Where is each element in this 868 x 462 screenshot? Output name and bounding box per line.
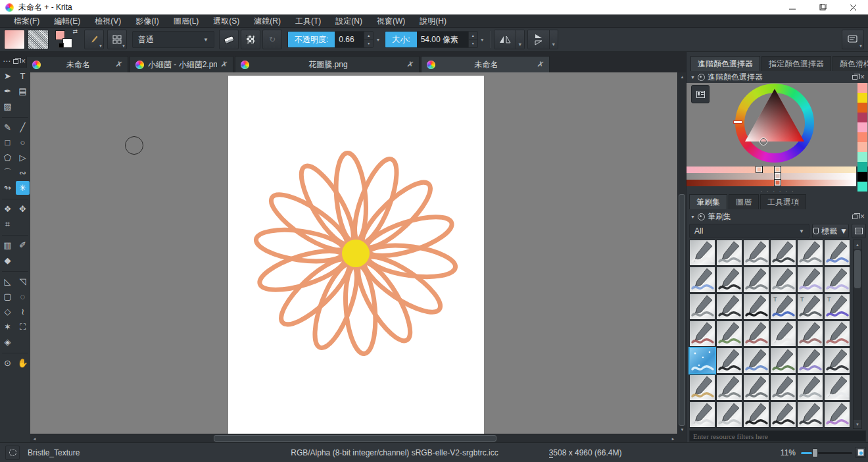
canvas-area[interactable]: ▲ ▼ ◄ ► — [30, 72, 686, 442]
mirror-horizontal-dropdown[interactable]: ▼ — [516, 30, 524, 49]
gradient-tool[interactable]: ▥ — [1, 238, 14, 252]
brush-preset-34[interactable] — [797, 374, 823, 401]
brush-preset-36[interactable] — [689, 401, 715, 428]
history-swatch-1[interactable] — [857, 93, 867, 103]
canvas-vertical-scrollbar[interactable]: ▲ ▼ — [677, 72, 686, 434]
measure-tool[interactable]: ◺ — [1, 274, 14, 288]
lightness-bars[interactable] — [687, 167, 856, 186]
brush-preset-17[interactable]: T — [824, 294, 850, 320]
dock-tab-0[interactable]: 筆刷集 — [689, 194, 727, 209]
float-docker-icon[interactable] — [852, 215, 857, 219]
scroll-right-icon[interactable]: ► — [669, 434, 677, 442]
minimize-button[interactable] — [777, 0, 808, 14]
freehand-path-tool[interactable]: ∾ — [16, 166, 30, 180]
preserve-alpha-button[interactable] — [241, 30, 260, 49]
size-dropdown[interactable]: ▼ — [478, 31, 487, 48]
opacity-widget[interactable]: 不透明度: 0.66 ▲▼ — [287, 31, 374, 48]
brush-preset-12[interactable] — [689, 294, 715, 320]
brush-preset-30[interactable] — [689, 374, 715, 401]
close-tab-icon[interactable]: ✗ — [537, 59, 545, 70]
menu-item-5[interactable]: 選取(S) — [206, 14, 247, 28]
history-swatch-7[interactable] — [857, 152, 867, 162]
zoom-slider-handle[interactable] — [812, 448, 818, 457]
assistants-tool[interactable]: ◹ — [16, 274, 30, 288]
history-swatch-9[interactable] — [857, 172, 867, 182]
document-tab-3[interactable]: 未命名✗ — [421, 56, 550, 72]
scroll-up-icon[interactable]: ▲ — [678, 72, 686, 81]
brush-preset-1[interactable] — [716, 240, 742, 266]
close-tab-icon[interactable]: ✗ — [406, 59, 415, 70]
multibrush-tool[interactable]: ✳ — [16, 181, 30, 195]
dynamic-brush-tool[interactable]: ↬ — [1, 181, 14, 195]
brush-preset-21[interactable] — [770, 321, 796, 347]
maximize-button[interactable] — [808, 0, 838, 14]
mirror-vertical-button[interactable]: ▼ — [527, 30, 558, 49]
dock-tab-1[interactable]: 圖層 — [729, 194, 759, 209]
brush-preset-24[interactable] — [689, 347, 715, 374]
collapse-icon[interactable]: ▼ — [690, 75, 695, 80]
brush-preset-31[interactable] — [716, 374, 742, 401]
close-tab-icon[interactable]: ✗ — [115, 59, 124, 70]
document-tab-2[interactable]: 花圖騰.png✗ — [235, 56, 420, 72]
brush-preset-16[interactable]: T — [797, 294, 823, 320]
brush-preset-22[interactable] — [797, 321, 823, 347]
polygon-tool[interactable]: ⬠ — [1, 151, 14, 165]
brush-preset-4[interactable] — [797, 240, 823, 266]
brush-preset-38[interactable] — [743, 401, 769, 428]
gradient-chooser-button[interactable] — [4, 30, 25, 49]
collapse-icon[interactable]: ▼ — [690, 215, 695, 219]
menu-item-0[interactable]: 檔案(F) — [7, 14, 47, 28]
brush-grid-scroll-thumb[interactable] — [854, 250, 861, 288]
opacity-value[interactable]: 0.66 — [335, 32, 364, 47]
rect-select-tool[interactable]: ▢ — [1, 290, 14, 303]
horizontal-scroll-thumb[interactable] — [214, 435, 496, 442]
brush-preset-10[interactable] — [797, 267, 823, 293]
menu-item-7[interactable]: 工具(T) — [288, 14, 328, 28]
hue-marker[interactable] — [733, 120, 742, 124]
saturation-value-triangle[interactable] — [744, 88, 805, 143]
zoom-slider[interactable] — [801, 446, 852, 460]
fill-tool[interactable]: ◆ — [1, 253, 14, 267]
brush-preset-32[interactable] — [743, 374, 769, 401]
brush-preset-8[interactable] — [743, 267, 769, 293]
tag-filter-select[interactable]: All ▼ — [689, 224, 809, 238]
brush-preset-15[interactable]: T — [770, 294, 796, 320]
document-tab-1[interactable]: 小細菌 - 小細菌2.png✗ — [130, 56, 233, 72]
history-swatch-6[interactable] — [857, 142, 867, 152]
selection-display-mode-button[interactable] — [5, 446, 20, 460]
dock-tab-2[interactable]: 工具選項 — [760, 194, 806, 209]
document-tab-0[interactable]: 未命名✗ — [26, 56, 128, 72]
color-selector-handle[interactable] — [760, 138, 767, 145]
choose-workspace-button[interactable]: ▼ — [842, 30, 864, 49]
foreground-background-colors[interactable]: ⇄ — [54, 30, 78, 49]
close-docker-icon[interactable]: × — [21, 57, 26, 66]
docker-splitter[interactable]: · · · · · · — [687, 188, 868, 193]
history-swatch-5[interactable] — [857, 132, 867, 142]
history-swatch-3[interactable] — [857, 113, 867, 122]
bar-marker[interactable] — [774, 179, 781, 186]
brush-preset-3[interactable] — [770, 240, 796, 266]
magic-wand-tool[interactable]: ✶ — [1, 320, 14, 334]
pan-tool[interactable]: ✋ — [16, 356, 30, 370]
close-button[interactable] — [838, 0, 868, 14]
edit-shapes-tool[interactable]: ▤ — [16, 84, 30, 98]
float-docker-icon[interactable] — [13, 59, 18, 64]
brush-preset-26[interactable] — [743, 347, 769, 374]
scroll-left-icon[interactable]: ◄ — [30, 434, 39, 442]
polyline-tool[interactable]: ▷ — [16, 151, 30, 165]
bezier-curve-tool[interactable]: ⌒ — [1, 166, 14, 180]
resource-filter-input[interactable] — [689, 430, 866, 442]
color-picker-tool[interactable]: ✐ — [16, 238, 30, 252]
pattern-chooser-button[interactable] — [28, 30, 49, 49]
canvas-horizontal-scrollbar[interactable]: ◄ ► — [30, 434, 677, 442]
opacity-dropdown[interactable]: ▼ — [374, 31, 382, 48]
similar-select-tool[interactable]: ⛶ — [16, 320, 30, 334]
opacity-spinner[interactable]: ▲▼ — [364, 32, 373, 47]
brush-preset-13[interactable] — [716, 294, 742, 320]
zoom-tool[interactable]: ⊙ — [1, 356, 14, 370]
color-tab-1[interactable]: 指定顏色選擇器 — [761, 56, 831, 71]
pattern-edit-tool[interactable]: ▨ — [1, 99, 14, 113]
mirror-horizontal-button[interactable]: ▼ — [494, 30, 525, 49]
menu-item-10[interactable]: 說明(H) — [412, 14, 454, 28]
brush-preset-11[interactable] — [824, 267, 850, 293]
